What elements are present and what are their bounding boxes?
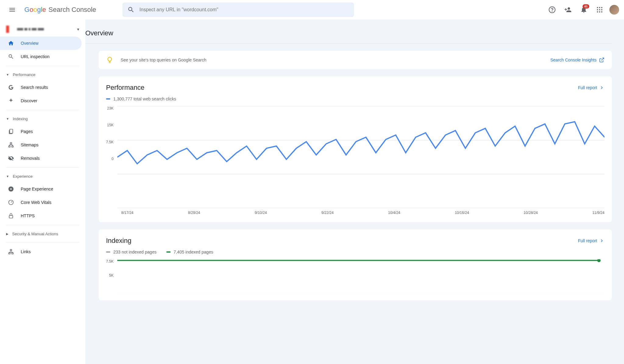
svg-point-26 (597, 259, 601, 262)
svg-point-6 (599, 9, 600, 10)
sidebar-item-label: Overview (21, 41, 38, 46)
chevron-down-icon: ▼ (6, 117, 9, 121)
account-avatar[interactable] (609, 5, 619, 15)
notifications-button[interactable]: 46 (578, 4, 590, 16)
sidebar-item-url-inspection[interactable]: URL inspection (0, 50, 82, 63)
performance-card: Performance Full report 1,300,777 total … (99, 76, 612, 222)
sidebar-section-security[interactable]: ▶ Security & Manual Actions (0, 228, 85, 240)
speed-icon (7, 199, 15, 206)
sidebar-item-https[interactable]: HTTPS (0, 209, 82, 222)
sidebar-item-removals[interactable]: Removals (0, 152, 82, 165)
page-title: Overview (85, 29, 612, 44)
sidebar-item-sitemaps[interactable]: Sitemaps (0, 138, 82, 152)
person-add-icon (564, 6, 572, 13)
property-favicon (6, 26, 13, 33)
asterisk-icon (7, 97, 15, 104)
hamburger-icon (9, 6, 16, 13)
sidebar-section-label: Security & Manual Actions (12, 232, 58, 236)
svg-point-3 (599, 7, 600, 8)
help-icon (548, 6, 556, 13)
svg-rect-17 (9, 215, 13, 218)
svg-rect-13 (9, 146, 10, 147)
sidebar-section-indexing[interactable]: ▼ Indexing (0, 113, 85, 125)
sidebar-item-pages[interactable]: Pages (0, 125, 82, 138)
indexing-full-report-link[interactable]: Full report (578, 238, 604, 243)
svg-point-5 (597, 9, 598, 10)
notification-badge: 46 (583, 4, 589, 9)
lightbulb-icon (106, 56, 113, 64)
sitemap-icon (7, 141, 15, 149)
product-name: Search Console (48, 6, 96, 14)
performance-chart: 23K 15K 7.5K 0 (106, 106, 604, 208)
insights-link[interactable]: Search Console Insights (550, 57, 604, 63)
insights-card: See your site's top queries on Google Se… (99, 51, 612, 69)
sidebar-item-label: URL inspection (21, 54, 49, 59)
sidebar-item-core-web-vitals[interactable]: Core Web Vitals (0, 196, 82, 209)
chevron-right-icon (599, 238, 604, 243)
indexing-chart: 7.5K 5K (106, 259, 604, 293)
svg-rect-20 (12, 253, 13, 254)
legend-swatch (106, 251, 110, 253)
sidebar-item-label: HTTPS (21, 213, 35, 218)
search-icon (7, 53, 15, 60)
performance-full-report-link[interactable]: Full report (578, 85, 604, 90)
lock-icon (7, 212, 15, 219)
sidebar-item-overview[interactable]: Overview (0, 37, 82, 50)
sidebar-section-label: Performance (13, 72, 35, 77)
chevron-down-icon: ▼ (6, 73, 9, 76)
svg-point-1 (552, 11, 552, 12)
external-link-icon (599, 57, 604, 63)
sidebar-item-label: Removals (21, 156, 40, 161)
legend-swatch (166, 251, 171, 253)
url-inspect-search[interactable] (122, 2, 354, 17)
chevron-down-icon: ▾ (77, 27, 79, 32)
google-g-icon (7, 84, 15, 91)
sidebar-section-performance[interactable]: ▼ Performance (0, 68, 85, 81)
apps-button[interactable] (594, 4, 606, 16)
sidebar-item-links[interactable]: Links (0, 245, 82, 258)
chevron-right-icon: ▶ (6, 232, 9, 236)
sidebar-section-experience[interactable]: ▼ Experience (0, 170, 85, 182)
pages-icon (7, 128, 15, 135)
svg-point-10 (601, 11, 602, 12)
google-logo-text: Google (24, 6, 46, 14)
indexing-legend-not-indexed: 233 not indexed pages (106, 250, 157, 254)
circle-plus-icon (7, 185, 15, 193)
sidebar-item-label: Search results (21, 85, 48, 90)
sidebar-section-label: Experience (13, 174, 33, 179)
search-icon (127, 6, 135, 13)
sidebar-item-label: Core Web Vitals (21, 200, 51, 205)
chevron-down-icon: ▼ (6, 175, 9, 178)
eye-off-icon (7, 155, 15, 162)
sidebar: ▾ Overview URL inspection ▼ Performance … (0, 19, 85, 364)
users-button[interactable] (562, 4, 574, 16)
legend-swatch (106, 98, 110, 100)
product-logo[interactable]: Google Search Console (24, 6, 96, 14)
svg-rect-14 (12, 146, 13, 147)
sidebar-item-page-experience[interactable]: Page Experience (0, 182, 82, 196)
search-input[interactable] (140, 7, 349, 12)
hamburger-menu-button[interactable] (5, 2, 20, 17)
svg-rect-18 (10, 250, 12, 251)
svg-point-8 (597, 11, 598, 12)
sidebar-item-label: Sitemaps (21, 142, 38, 147)
main-content: Overview See your site's top queries on … (85, 19, 624, 364)
performance-legend: 1,300,777 total web search clicks (106, 96, 176, 101)
property-selector[interactable]: ▾ (0, 22, 85, 37)
sidebar-item-label: Discover (21, 98, 37, 103)
app-header: Google Search Console 46 (0, 0, 624, 19)
sidebar-item-label: Links (21, 249, 31, 254)
help-button[interactable] (546, 4, 558, 16)
indexing-card: Indexing Full report 233 not indexed pag… (99, 229, 612, 301)
sidebar-item-search-results[interactable]: Search results (0, 81, 82, 94)
property-name-blurred (17, 28, 44, 30)
svg-rect-12 (10, 143, 12, 144)
sidebar-item-discover[interactable]: Discover (0, 94, 82, 107)
svg-rect-11 (10, 129, 13, 133)
performance-x-axis: 8/17/24 8/29/24 9/10/24 9/22/24 10/4/24 … (106, 211, 604, 215)
sidebar-item-label: Pages (21, 129, 33, 134)
insights-text: See your site's top queries on Google Se… (121, 58, 206, 62)
performance-title: Performance (106, 84, 144, 92)
apps-grid-icon (596, 6, 603, 13)
chevron-right-icon (599, 85, 604, 90)
